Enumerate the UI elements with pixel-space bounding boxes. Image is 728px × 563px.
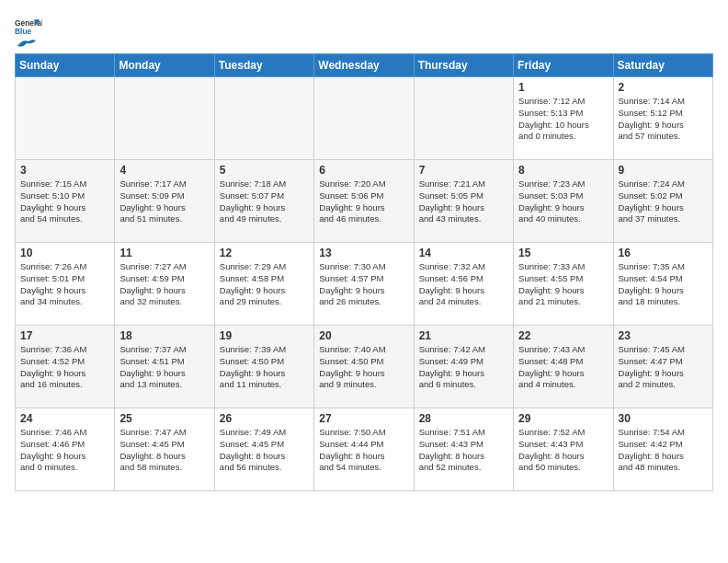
page-header: General Blue bbox=[15, 15, 713, 46]
calendar-day-cell: 5Sunrise: 7:18 AM Sunset: 5:07 PM Daylig… bbox=[214, 160, 313, 243]
day-number: 30 bbox=[619, 412, 708, 425]
day-info: Sunrise: 7:47 AM Sunset: 4:45 PM Dayligh… bbox=[119, 427, 209, 474]
day-number: 16 bbox=[619, 247, 708, 259]
calendar-day-cell: 15Sunrise: 7:33 AM Sunset: 4:55 PM Dayli… bbox=[514, 243, 613, 326]
calendar-day-cell: 18Sunrise: 7:37 AM Sunset: 4:51 PM Dayli… bbox=[115, 326, 214, 408]
day-info: Sunrise: 7:17 AM Sunset: 5:09 PM Dayligh… bbox=[119, 178, 209, 225]
day-number: 23 bbox=[619, 329, 708, 342]
calendar-day-cell: 19Sunrise: 7:39 AM Sunset: 4:50 PM Dayli… bbox=[214, 326, 313, 408]
day-number: 28 bbox=[419, 412, 508, 425]
day-number: 14 bbox=[419, 247, 508, 259]
day-number: 24 bbox=[20, 412, 109, 425]
day-info: Sunrise: 7:42 AM Sunset: 4:49 PM Dayligh… bbox=[419, 344, 508, 391]
day-number: 1 bbox=[518, 81, 608, 94]
day-number: 6 bbox=[319, 164, 408, 177]
day-number: 2 bbox=[619, 81, 708, 94]
calendar-day-cell bbox=[115, 77, 214, 160]
day-number: 9 bbox=[619, 164, 708, 177]
logo-bird-icon bbox=[16, 37, 36, 50]
calendar-week-row: 1Sunrise: 7:12 AM Sunset: 5:13 PM Daylig… bbox=[16, 77, 713, 160]
day-info: Sunrise: 7:27 AM Sunset: 4:59 PM Dayligh… bbox=[119, 261, 209, 308]
weekday-header-monday: Monday bbox=[115, 54, 214, 77]
day-number: 3 bbox=[20, 164, 109, 177]
calendar-day-cell: 8Sunrise: 7:23 AM Sunset: 5:03 PM Daylig… bbox=[514, 160, 613, 243]
calendar-day-cell: 9Sunrise: 7:24 AM Sunset: 5:02 PM Daylig… bbox=[613, 160, 712, 243]
day-info: Sunrise: 7:52 AM Sunset: 4:43 PM Dayligh… bbox=[518, 427, 608, 474]
day-number: 15 bbox=[518, 247, 608, 259]
day-info: Sunrise: 7:18 AM Sunset: 5:07 PM Dayligh… bbox=[220, 178, 309, 225]
day-number: 25 bbox=[119, 412, 209, 425]
calendar-day-cell: 4Sunrise: 7:17 AM Sunset: 5:09 PM Daylig… bbox=[115, 160, 214, 243]
weekday-header-thursday: Thursday bbox=[414, 54, 513, 77]
calendar-week-row: 3Sunrise: 7:15 AM Sunset: 5:10 PM Daylig… bbox=[16, 160, 713, 243]
calendar-day-cell: 25Sunrise: 7:47 AM Sunset: 4:45 PM Dayli… bbox=[115, 408, 214, 491]
logo-icon: General Blue bbox=[15, 18, 42, 35]
calendar-day-cell: 12Sunrise: 7:29 AM Sunset: 4:58 PM Dayli… bbox=[214, 243, 313, 326]
calendar-day-cell: 28Sunrise: 7:51 AM Sunset: 4:43 PM Dayli… bbox=[414, 408, 513, 491]
day-number: 19 bbox=[220, 329, 309, 342]
calendar-day-cell: 14Sunrise: 7:32 AM Sunset: 4:56 PM Dayli… bbox=[414, 243, 513, 326]
calendar-day-cell: 13Sunrise: 7:30 AM Sunset: 4:57 PM Dayli… bbox=[314, 243, 414, 326]
day-info: Sunrise: 7:50 AM Sunset: 4:44 PM Dayligh… bbox=[319, 427, 408, 474]
day-info: Sunrise: 7:43 AM Sunset: 4:48 PM Dayligh… bbox=[518, 344, 608, 391]
calendar-day-cell: 22Sunrise: 7:43 AM Sunset: 4:48 PM Dayli… bbox=[514, 326, 613, 408]
day-number: 4 bbox=[119, 164, 209, 177]
calendar-day-cell: 27Sunrise: 7:50 AM Sunset: 4:44 PM Dayli… bbox=[314, 408, 414, 491]
calendar-day-cell: 6Sunrise: 7:20 AM Sunset: 5:06 PM Daylig… bbox=[314, 160, 414, 243]
weekday-header-saturday: Saturday bbox=[613, 54, 712, 77]
calendar-day-cell bbox=[314, 77, 414, 160]
day-info: Sunrise: 7:33 AM Sunset: 4:55 PM Dayligh… bbox=[518, 261, 608, 308]
calendar-day-cell: 2Sunrise: 7:14 AM Sunset: 5:12 PM Daylig… bbox=[613, 77, 712, 160]
day-info: Sunrise: 7:54 AM Sunset: 4:42 PM Dayligh… bbox=[619, 427, 708, 474]
day-number: 11 bbox=[119, 247, 209, 259]
calendar-day-cell: 21Sunrise: 7:42 AM Sunset: 4:49 PM Dayli… bbox=[414, 326, 513, 408]
day-number: 12 bbox=[220, 247, 309, 259]
day-info: Sunrise: 7:23 AM Sunset: 5:03 PM Dayligh… bbox=[518, 178, 608, 225]
calendar-day-cell: 3Sunrise: 7:15 AM Sunset: 5:10 PM Daylig… bbox=[16, 160, 115, 243]
calendar-day-cell: 1Sunrise: 7:12 AM Sunset: 5:13 PM Daylig… bbox=[514, 77, 613, 160]
day-info: Sunrise: 7:14 AM Sunset: 5:12 PM Dayligh… bbox=[619, 96, 708, 143]
day-info: Sunrise: 7:46 AM Sunset: 4:46 PM Dayligh… bbox=[20, 427, 109, 474]
day-number: 27 bbox=[319, 412, 408, 425]
calendar-table: SundayMondayTuesdayWednesdayThursdayFrid… bbox=[15, 53, 713, 491]
weekday-header-sunday: Sunday bbox=[16, 54, 115, 77]
day-info: Sunrise: 7:37 AM Sunset: 4:51 PM Dayligh… bbox=[119, 344, 209, 391]
calendar-week-row: 10Sunrise: 7:26 AM Sunset: 5:01 PM Dayli… bbox=[16, 243, 713, 326]
calendar-day-cell: 26Sunrise: 7:49 AM Sunset: 4:45 PM Dayli… bbox=[214, 408, 313, 491]
day-info: Sunrise: 7:26 AM Sunset: 5:01 PM Dayligh… bbox=[20, 261, 109, 308]
day-info: Sunrise: 7:39 AM Sunset: 4:50 PM Dayligh… bbox=[220, 344, 309, 391]
day-number: 20 bbox=[319, 329, 408, 342]
weekday-header-row: SundayMondayTuesdayWednesdayThursdayFrid… bbox=[16, 54, 713, 77]
calendar-week-row: 24Sunrise: 7:46 AM Sunset: 4:46 PM Dayli… bbox=[16, 408, 713, 491]
weekday-header-friday: Friday bbox=[514, 54, 613, 77]
calendar-day-cell: 20Sunrise: 7:40 AM Sunset: 4:50 PM Dayli… bbox=[314, 326, 414, 408]
weekday-header-tuesday: Tuesday bbox=[214, 54, 313, 77]
day-info: Sunrise: 7:24 AM Sunset: 5:02 PM Dayligh… bbox=[619, 178, 708, 225]
calendar-day-cell bbox=[214, 77, 313, 160]
day-number: 18 bbox=[119, 329, 209, 342]
calendar-day-cell bbox=[414, 77, 513, 160]
calendar-day-cell: 11Sunrise: 7:27 AM Sunset: 4:59 PM Dayli… bbox=[115, 243, 214, 326]
day-info: Sunrise: 7:29 AM Sunset: 4:58 PM Dayligh… bbox=[220, 261, 309, 308]
day-number: 21 bbox=[419, 329, 508, 342]
day-info: Sunrise: 7:40 AM Sunset: 4:50 PM Dayligh… bbox=[319, 344, 408, 391]
day-number: 17 bbox=[20, 329, 109, 342]
calendar-day-cell: 7Sunrise: 7:21 AM Sunset: 5:05 PM Daylig… bbox=[414, 160, 513, 243]
calendar-day-cell: 30Sunrise: 7:54 AM Sunset: 4:42 PM Dayli… bbox=[613, 408, 712, 491]
day-info: Sunrise: 7:35 AM Sunset: 4:54 PM Dayligh… bbox=[619, 261, 708, 308]
calendar-day-cell: 17Sunrise: 7:36 AM Sunset: 4:52 PM Dayli… bbox=[16, 326, 115, 408]
day-number: 26 bbox=[220, 412, 309, 425]
day-info: Sunrise: 7:20 AM Sunset: 5:06 PM Dayligh… bbox=[319, 178, 408, 225]
day-info: Sunrise: 7:49 AM Sunset: 4:45 PM Dayligh… bbox=[220, 427, 309, 474]
day-number: 10 bbox=[20, 247, 109, 259]
svg-text:Blue: Blue bbox=[15, 27, 32, 35]
day-number: 5 bbox=[220, 164, 309, 177]
calendar-week-row: 17Sunrise: 7:36 AM Sunset: 4:52 PM Dayli… bbox=[16, 326, 713, 408]
day-info: Sunrise: 7:36 AM Sunset: 4:52 PM Dayligh… bbox=[20, 344, 109, 391]
day-number: 8 bbox=[518, 164, 608, 177]
calendar-day-cell: 23Sunrise: 7:45 AM Sunset: 4:47 PM Dayli… bbox=[613, 326, 712, 408]
day-number: 22 bbox=[518, 329, 608, 342]
day-info: Sunrise: 7:45 AM Sunset: 4:47 PM Dayligh… bbox=[619, 344, 708, 391]
day-number: 7 bbox=[419, 164, 508, 177]
calendar-day-cell: 16Sunrise: 7:35 AM Sunset: 4:54 PM Dayli… bbox=[613, 243, 712, 326]
